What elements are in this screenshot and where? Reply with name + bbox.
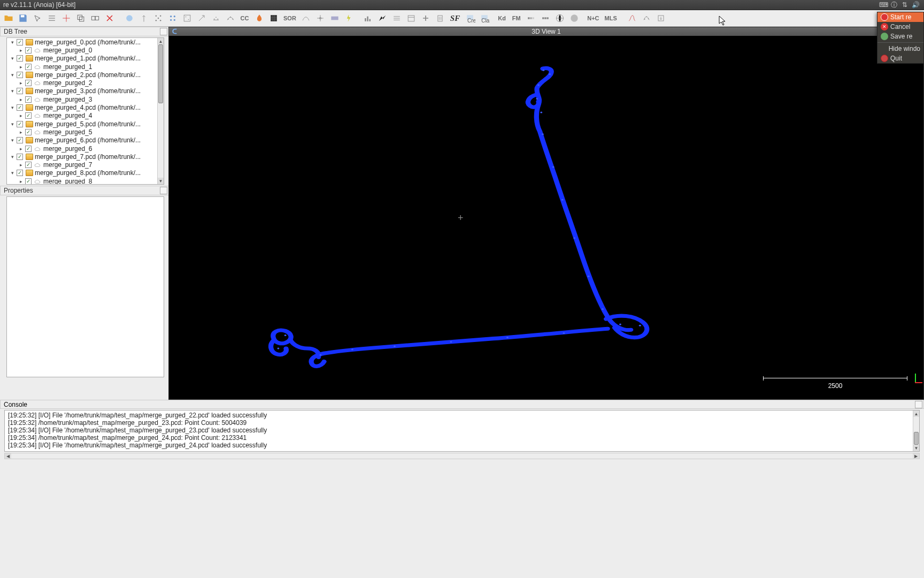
expand-icon[interactable]: ▾ <box>9 154 16 160</box>
visibility-checkbox[interactable] <box>25 146 32 152</box>
kd-button[interactable]: Kd <box>495 11 509 26</box>
menu-cancel[interactable]: ✕Cancel <box>877 22 923 32</box>
scroll-down-icon[interactable]: ▼ <box>158 178 164 184</box>
expand-icon[interactable]: ▸ <box>18 146 24 152</box>
calendar-icon[interactable] <box>404 11 419 26</box>
subsample-icon[interactable] <box>180 11 194 26</box>
expand-icon[interactable]: ▾ <box>9 39 16 45</box>
tree-cloud-row[interactable]: ▸merge_purged_0 <box>7 46 164 54</box>
expand-icon[interactable]: ▸ <box>18 96 24 103</box>
expand-icon[interactable]: ▸ <box>18 64 24 70</box>
visibility-checkbox[interactable] <box>17 170 23 176</box>
nc-button[interactable]: N+C <box>584 11 602 26</box>
visibility-checkbox[interactable] <box>17 55 23 62</box>
fm-button[interactable]: FM <box>509 11 523 26</box>
fire-icon[interactable] <box>252 11 266 26</box>
octree-icon[interactable] <box>151 11 165 26</box>
menu-start-recording[interactable]: Start re <box>877 12 923 22</box>
visibility-checkbox[interactable] <box>25 112 32 119</box>
scroll-up-icon[interactable]: ▲ <box>158 38 164 44</box>
tree-file-row[interactable]: ▾merge_purged_4.pcd (/home/trunk/... <box>7 103 164 111</box>
add-icon[interactable] <box>419 11 433 26</box>
segment-icon[interactable] <box>223 11 237 26</box>
expand-icon[interactable]: ▾ <box>9 88 16 94</box>
expand-icon[interactable]: ▸ <box>18 129 24 135</box>
expand-icon[interactable]: ▸ <box>18 47 24 54</box>
scroll-up-icon[interactable]: ▲ <box>913 410 919 417</box>
keyboard-icon[interactable]: ⌨ <box>879 0 888 10</box>
clone-icon[interactable] <box>73 11 88 26</box>
view-tab[interactable]: ᑕ 3D View 1 <box>168 27 924 36</box>
list-icon[interactable] <box>44 11 59 26</box>
tree-cloud-row[interactable]: ▸merge_purged_5 <box>7 128 164 136</box>
console-popout-icon[interactable] <box>915 401 922 408</box>
visibility-checkbox[interactable] <box>25 96 32 103</box>
histogram-icon[interactable] <box>361 11 375 26</box>
expand-icon[interactable]: ▸ <box>18 80 24 86</box>
tree-cloud-row[interactable]: ▸merge_purged_6 <box>7 144 164 153</box>
scroll-left-icon[interactable]: ◀ <box>5 453 11 459</box>
sor-button[interactable]: SOR <box>281 11 299 26</box>
scroll-right-icon[interactable]: ▶ <box>913 453 919 459</box>
tree-cloud-row[interactable]: ▸merge_purged_3 <box>7 95 164 103</box>
open-icon[interactable] <box>1 11 16 26</box>
visibility-checkbox[interactable] <box>25 47 32 54</box>
menu-hide-window[interactable]: Hide windo <box>877 44 923 54</box>
canupo-create-icon[interactable]: Create <box>463 11 477 26</box>
tree-file-row[interactable]: ▾merge_purged_0.pcd (/home/trunk/... <box>7 38 164 46</box>
sf-button[interactable]: SF <box>448 11 463 26</box>
tree-cloud-row[interactable]: ▸merge_purged_2 <box>7 79 164 87</box>
stats-eq-icon[interactable] <box>390 11 404 26</box>
curve-icon[interactable] <box>625 11 640 26</box>
tree-file-row[interactable]: ▾merge_purged_1.pcd (/home/trunk/... <box>7 55 164 63</box>
fitcurve-icon[interactable] <box>640 11 654 26</box>
point-pick-icon[interactable] <box>59 11 73 26</box>
expand-icon[interactable]: ▾ <box>9 72 16 78</box>
3d-viewport[interactable]: + 2500 <box>168 36 924 400</box>
cc-button[interactable]: CC <box>237 11 252 26</box>
properties-popout-icon[interactable] <box>160 187 167 194</box>
visibility-checkbox[interactable] <box>17 137 23 143</box>
merge-icon[interactable] <box>88 11 102 26</box>
expand-icon[interactable]: ▾ <box>9 55 16 62</box>
expand-icon[interactable]: ▾ <box>9 170 16 176</box>
visibility-checkbox[interactable] <box>17 72 23 78</box>
pick-icon[interactable] <box>30 11 44 26</box>
visibility-checkbox[interactable] <box>25 64 32 70</box>
console-panel[interactable]: [19:25:32] [I/O] File '/home/trunk/map/t… <box>4 410 920 452</box>
visibility-checkbox[interactable] <box>25 80 32 86</box>
expand-icon[interactable]: ▾ <box>9 137 16 143</box>
tree-file-row[interactable]: ▾merge_purged_2.pcd (/home/trunk/... <box>7 71 164 79</box>
tree-file-row[interactable]: ▾merge_purged_7.pcd (/home/trunk/... <box>7 153 164 161</box>
expand-icon[interactable]: ▸ <box>18 162 24 168</box>
expand-icon[interactable]: ▾ <box>9 104 16 111</box>
canupo-classify-icon[interactable]: Classify <box>477 11 491 26</box>
tree-cloud-row[interactable]: ▸merge_purged_1 <box>7 63 164 71</box>
tree-file-row[interactable]: ▾merge_purged_8.pcd (/home/trunk/... <box>7 169 164 177</box>
align-icon[interactable] <box>209 11 223 26</box>
visibility-checkbox[interactable] <box>17 121 23 127</box>
tree-file-row[interactable]: ▾merge_purged_6.pcd (/home/trunk/... <box>7 136 164 144</box>
tree-file-row[interactable]: ▾merge_purged_3.pcd (/home/trunk/... <box>7 87 164 95</box>
bottom-scrollbar[interactable]: ◀ ▶ <box>4 453 920 459</box>
tree-file-row[interactable]: ▾merge_purged_5.pcd (/home/trunk/... <box>7 120 164 128</box>
expand-icon[interactable]: ▸ <box>18 112 24 119</box>
dbtree-popout-icon[interactable] <box>160 28 167 35</box>
info-icon[interactable]: ⓘ <box>889 0 899 10</box>
sf-grad-icon[interactable] <box>523 11 538 26</box>
unroll-icon[interactable] <box>328 11 342 26</box>
expand-icon[interactable]: ▸ <box>18 178 24 185</box>
visibility-checkbox[interactable] <box>17 154 23 160</box>
normals-icon[interactable] <box>136 11 151 26</box>
visibility-checkbox[interactable] <box>17 104 23 111</box>
bolt-icon[interactable] <box>342 11 357 26</box>
save-icon[interactable] <box>16 11 30 26</box>
db-tree[interactable]: ▾merge_purged_0.pcd (/home/trunk/...▸mer… <box>6 37 164 185</box>
tree-scrollbar[interactable]: ▲ ▼ <box>157 38 164 184</box>
mls-button[interactable]: MLS <box>602 11 620 26</box>
tree-cloud-row[interactable]: ▸merge_purged_8 <box>7 177 164 185</box>
delete-icon[interactable] <box>102 11 117 26</box>
visibility-checkbox[interactable] <box>17 88 23 94</box>
updown-icon[interactable]: ⇅ <box>900 0 910 10</box>
plane-icon[interactable] <box>313 11 328 26</box>
